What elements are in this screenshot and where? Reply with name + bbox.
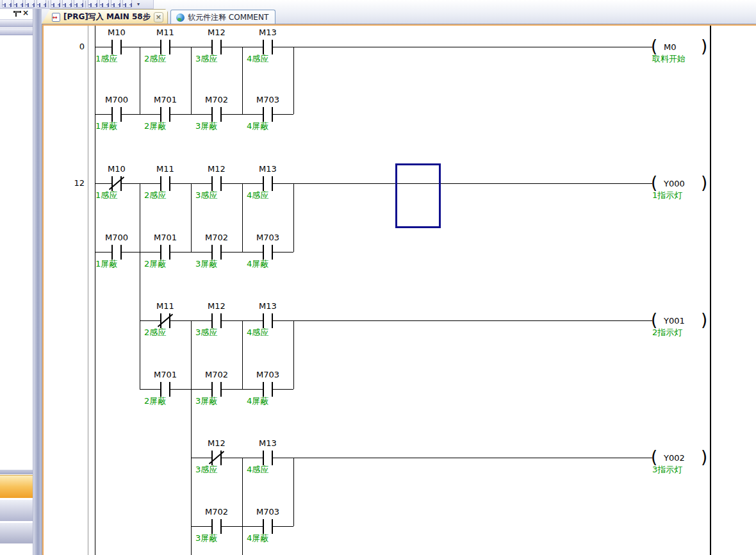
contact-no[interactable]: M11 2感应 bbox=[140, 29, 191, 66]
dock-bottom-button-active[interactable] bbox=[0, 475, 33, 498]
contact-nc[interactable]: M11 2感应 bbox=[140, 302, 191, 340]
step-number: 0 bbox=[53, 42, 85, 52]
device-comment: 1屏蔽 bbox=[95, 258, 117, 269]
coil-close-glyph: ) bbox=[701, 173, 707, 193]
delete-vertical-line-icon[interactable] bbox=[99, 0, 109, 8]
contact-no[interactable]: M13 4感应 bbox=[242, 302, 293, 340]
contact-no[interactable]: M11 2感应 bbox=[140, 165, 191, 203]
vertical-line-icon[interactable] bbox=[51, 0, 60, 8]
contact-nc[interactable]: M12 3感应 bbox=[191, 440, 242, 477]
contact-gap bbox=[212, 526, 221, 527]
toolbar-separator bbox=[85, 1, 86, 8]
contact-bar bbox=[272, 176, 273, 191]
contact-bar bbox=[263, 107, 264, 122]
contact-no[interactable]: M701 2屏蔽 bbox=[140, 234, 191, 271]
contact-bar bbox=[211, 451, 213, 465]
toolbar-separator bbox=[48, 1, 49, 8]
coil-device-label: Y002 bbox=[664, 453, 685, 463]
device-label: M13 bbox=[237, 301, 299, 311]
tab-device-comment[interactable]: 软元件注释 COMMENT bbox=[170, 10, 275, 25]
coil-comment: 取料开始 bbox=[652, 53, 686, 63]
device-comment: 2感应 bbox=[144, 190, 166, 200]
contact-no[interactable]: M702 3屏蔽 bbox=[191, 508, 242, 545]
contact-bar bbox=[120, 107, 122, 122]
tab-program-main[interactable]: [PRG]写入 MAIN 58步 × bbox=[41, 9, 168, 25]
contact-no[interactable]: M12 3感应 bbox=[191, 302, 242, 340]
contact-bar bbox=[160, 176, 161, 191]
program-write-icon bbox=[52, 13, 60, 22]
contact-no[interactable]: M703 4屏蔽 bbox=[242, 234, 293, 271]
close-icon[interactable]: × bbox=[22, 8, 29, 17]
delete-row-icon[interactable] bbox=[122, 0, 132, 8]
insert-row-icon[interactable] bbox=[111, 0, 120, 8]
contact-bar bbox=[120, 245, 122, 260]
dock-button-divider bbox=[0, 470, 33, 474]
dock-bottom-button[interactable] bbox=[0, 499, 33, 521]
contact-gap bbox=[112, 47, 121, 47]
contact-nc-icon[interactable] bbox=[13, 0, 23, 8]
contact-no[interactable]: M703 4屏蔽 bbox=[242, 96, 293, 133]
contact-bar bbox=[211, 245, 213, 260]
contact-no[interactable]: M702 3屏蔽 bbox=[191, 371, 242, 408]
contact-bar bbox=[160, 382, 161, 397]
contact-gap bbox=[263, 47, 272, 47]
contact-no[interactable]: M702 3屏蔽 bbox=[191, 234, 242, 271]
contact-no[interactable]: M12 3感应 bbox=[191, 29, 242, 66]
device-comment: 3感应 bbox=[195, 327, 217, 337]
contact-gap bbox=[161, 389, 170, 390]
pin-icon[interactable] bbox=[13, 10, 19, 18]
contact-gap bbox=[263, 114, 272, 115]
coil-close-glyph: ) bbox=[701, 310, 707, 330]
contact-bar bbox=[220, 313, 222, 328]
contact-no[interactable]: M703 4屏蔽 bbox=[242, 508, 293, 545]
dock-panel-header: × bbox=[0, 9, 33, 19]
contact-bar bbox=[160, 245, 161, 260]
output-coil[interactable]: ( M0 ) 取料开始 bbox=[648, 29, 715, 66]
contact-bar bbox=[263, 451, 264, 465]
application-instruction-icon[interactable] bbox=[37, 0, 46, 8]
contact-bar bbox=[220, 40, 222, 54]
contact-no[interactable]: M13 4感应 bbox=[242, 165, 293, 203]
device-comment: 1感应 bbox=[95, 190, 117, 200]
contact-bar bbox=[263, 40, 264, 54]
coil-close-glyph: ) bbox=[701, 447, 707, 467]
contact-no[interactable]: M13 4感应 bbox=[242, 440, 293, 477]
contact-gap bbox=[212, 114, 221, 115]
device-label: M13 bbox=[237, 164, 299, 174]
tab-close-icon[interactable]: × bbox=[154, 12, 163, 22]
device-label: M13 bbox=[237, 28, 299, 38]
contact-gap bbox=[112, 183, 121, 184]
device-comment: 2屏蔽 bbox=[144, 258, 166, 269]
horizontal-line-icon[interactable] bbox=[62, 0, 72, 8]
device-comment: 3屏蔽 bbox=[195, 120, 217, 131]
selection-cursor[interactable] bbox=[395, 163, 441, 228]
device-label: M703 bbox=[237, 507, 299, 517]
contact-no[interactable]: M13 4感应 bbox=[242, 29, 293, 66]
contact-gap bbox=[161, 114, 170, 115]
output-coil[interactable]: ( Y002 ) 3指示灯 bbox=[648, 440, 715, 477]
device-comment: 4感应 bbox=[247, 327, 268, 337]
ladder-editor-canvas[interactable]: 0 12 M10 1感应 M11 2感应 M12 3感应 M13 4感应 M70… bbox=[44, 26, 756, 555]
dock-bottom-button[interactable] bbox=[0, 522, 33, 543]
output-coil[interactable]: ( Y001 ) 2指示灯 bbox=[648, 302, 715, 340]
contact-no[interactable]: M701 2屏蔽 bbox=[140, 96, 191, 133]
contact-bar bbox=[263, 245, 264, 260]
contact-bar bbox=[169, 382, 170, 397]
contact-bar bbox=[272, 519, 273, 534]
toolbar-overflow-icon[interactable]: ▾ bbox=[134, 0, 143, 8]
device-comment: 4感应 bbox=[247, 53, 268, 63]
delete-line-icon[interactable] bbox=[88, 0, 97, 8]
contact-gap bbox=[263, 320, 272, 321]
pulse-contact-icon[interactable] bbox=[74, 0, 83, 8]
contact-icon[interactable] bbox=[2, 0, 12, 8]
contact-no[interactable]: M702 3屏蔽 bbox=[191, 96, 242, 133]
contact-no[interactable]: M12 3感应 bbox=[191, 165, 242, 203]
output-coil[interactable]: ( Y000 ) 1指示灯 bbox=[648, 165, 715, 203]
coil-comment: 1指示灯 bbox=[652, 190, 682, 200]
contact-no[interactable]: M703 4屏蔽 bbox=[242, 371, 293, 408]
coil-icon[interactable] bbox=[25, 0, 35, 8]
navigation-dock-panel: × bbox=[0, 9, 33, 555]
dock-splitter[interactable] bbox=[33, 9, 42, 555]
contact-gap bbox=[212, 183, 221, 184]
contact-no[interactable]: M701 2屏蔽 bbox=[140, 371, 191, 408]
